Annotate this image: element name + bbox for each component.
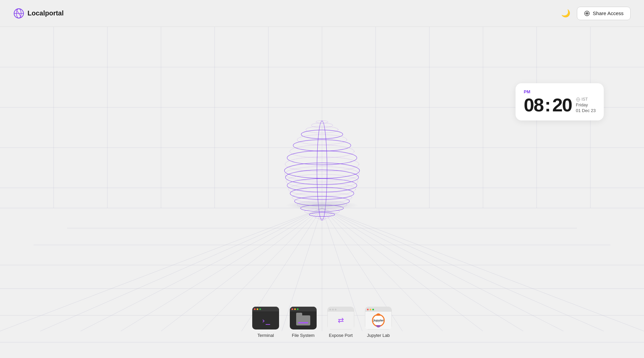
clock-colon: :	[545, 96, 551, 114]
clock-timezone: IST	[576, 97, 596, 102]
moon-icon: 🌙	[561, 9, 570, 18]
folder-stripe	[298, 322, 308, 323]
jupyter-arc-bottom	[376, 325, 381, 327]
clock-period: PM	[524, 89, 596, 94]
svg-point-61	[287, 178, 357, 192]
jupyter-arc-top	[376, 313, 381, 316]
titlebar-dot-red	[291, 308, 293, 310]
svg-point-54	[290, 145, 354, 158]
titlebar-dot-yellow	[332, 309, 334, 310]
filesystem-content	[290, 311, 317, 329]
logo-area: Localportal	[13, 8, 64, 19]
filesystem-icon-inner	[290, 307, 317, 329]
svg-point-50	[306, 126, 338, 133]
expose-icon-inner: ⇄	[327, 307, 354, 329]
terminal-label: Terminal	[257, 333, 274, 338]
svg-point-63	[290, 187, 354, 199]
dock-item-terminal[interactable]: ›_ Terminal	[252, 307, 279, 338]
svg-point-51	[301, 130, 343, 139]
header-right: 🌙 Share Access	[559, 7, 631, 20]
terminal-icon-inner: ›_	[252, 307, 279, 329]
clock-widget: PM 08 : 20 IST Friday 01 Dec 23	[516, 83, 604, 120]
timezone-label: IST	[582, 97, 588, 102]
jupyter-titlebar	[365, 307, 391, 312]
jupyter-lab-label: Jupyter Lab	[367, 333, 390, 338]
filesystem-icon	[290, 307, 317, 329]
port-arrows-icon: ⇄	[338, 316, 344, 325]
svg-point-57	[284, 163, 360, 178]
svg-point-53	[293, 140, 351, 151]
dock-item-jupyter-lab[interactable]: Jupyter Jupyter Lab	[365, 307, 392, 338]
titlebar-dot-green	[372, 309, 374, 310]
share-icon	[584, 10, 590, 16]
share-access-label: Share Access	[593, 10, 624, 16]
terminal-icon: ›_	[252, 307, 279, 329]
logo-text: Localportal	[28, 9, 64, 17]
terminal-content: ›_	[252, 311, 279, 329]
titlebar-dot-red	[329, 309, 331, 310]
sphere-shadow	[285, 201, 359, 210]
expose-port-label: Expose Port	[329, 333, 353, 338]
folder-icon	[296, 315, 310, 325]
jupyter-logo: Jupyter	[372, 314, 385, 327]
filesystem-label: File System	[292, 333, 315, 338]
titlebar-dot-yellow	[294, 308, 296, 310]
svg-point-49	[311, 123, 333, 127]
svg-point-58	[285, 166, 359, 181]
expose-titlebar	[328, 307, 354, 312]
logo-icon	[13, 8, 24, 19]
globe-icon	[576, 97, 580, 102]
jupyter-content: Jupyter	[365, 312, 391, 329]
clock-date: 01 Dec 23	[576, 108, 596, 113]
share-access-button[interactable]: Share Access	[577, 7, 631, 20]
clock-hours: 08	[524, 96, 543, 114]
dark-mode-button[interactable]: 🌙	[559, 7, 572, 19]
jupyter-inner-text: Jupyter	[373, 319, 384, 322]
expose-port-icon: ⇄	[327, 307, 354, 329]
clock-minutes: 20	[552, 96, 572, 114]
dock-item-filesystem[interactable]: File System	[290, 307, 317, 338]
clock-day: Friday	[576, 102, 596, 107]
titlebar-dot-yellow	[370, 309, 371, 310]
terminal-titlebar	[252, 307, 279, 311]
filesystem-titlebar	[290, 307, 317, 311]
titlebar-dot-green	[335, 309, 336, 310]
header: Localportal 🌙 Share Access	[0, 0, 644, 27]
jupyter-icon-inner: Jupyter	[365, 307, 392, 329]
svg-point-59	[285, 170, 359, 185]
dock: ›_ Terminal File System	[252, 307, 392, 338]
titlebar-dot-green	[259, 308, 261, 310]
titlebar-dot-green	[297, 308, 299, 310]
jupyter-icon: Jupyter	[365, 307, 392, 329]
titlebar-dot-yellow	[257, 308, 258, 310]
expose-content: ⇄	[328, 312, 354, 329]
terminal-prompt: ›_	[261, 316, 270, 325]
dock-item-expose-port[interactable]: ⇄ Expose Port	[327, 307, 354, 338]
titlebar-dot-red	[367, 309, 369, 310]
clock-time-row: 08 : 20 IST Friday 01 Dec 23	[524, 96, 596, 114]
svg-point-56	[285, 157, 359, 171]
titlebar-dot-red	[254, 308, 256, 310]
clock-info: IST Friday 01 Dec 23	[576, 97, 596, 113]
